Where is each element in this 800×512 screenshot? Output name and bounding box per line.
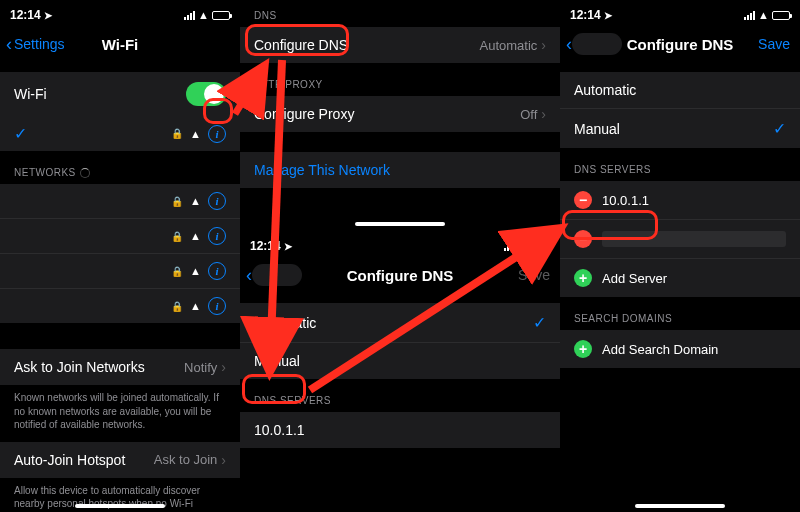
manual-label: Manual xyxy=(254,353,300,369)
network-row[interactable]: 🔒▲i xyxy=(0,288,240,323)
automatic-row[interactable]: Automatic ✓ xyxy=(240,303,560,342)
info-icon[interactable]: i xyxy=(208,192,226,210)
home-indicator[interactable] xyxy=(75,504,165,508)
location-icon: ➤ xyxy=(284,241,292,252)
back-pill[interactable] xyxy=(252,264,302,286)
manage-network-row[interactable]: Manage This Network xyxy=(240,152,560,188)
lock-icon: 🔒 xyxy=(171,231,183,242)
remove-icon[interactable]: − xyxy=(574,191,592,209)
manual-row[interactable]: Manual ✓ xyxy=(560,108,800,148)
status-bar: 12:14➤ ▲ xyxy=(560,0,800,26)
battery-icon xyxy=(772,11,790,20)
lock-icon: 🔒 xyxy=(171,128,183,139)
dns-servers-header: DNS SERVERS xyxy=(560,148,800,181)
phone-center: DNS Configure DNS Automatic› HTTP PROXY … xyxy=(240,0,560,512)
back-button[interactable]: ‹Settings xyxy=(6,34,65,55)
add-server-row[interactable]: + Add Server xyxy=(560,258,800,297)
dns-header: DNS xyxy=(240,0,560,27)
configure-dns-value: Automatic xyxy=(480,38,538,53)
info-icon[interactable]: i xyxy=(208,227,226,245)
network-row[interactable]: 🔒▲i xyxy=(0,184,240,218)
wifi-signal-icon: ▲ xyxy=(190,128,201,140)
http-proxy-header: HTTP PROXY xyxy=(240,63,560,96)
chevron-left-icon: ‹ xyxy=(6,34,12,55)
network-row[interactable]: 🔒▲i xyxy=(0,253,240,288)
wifi-signal-icon: ▲ xyxy=(190,265,201,277)
cell-signal-icon xyxy=(744,11,755,20)
configure-dns-row[interactable]: Configure DNS Automatic› xyxy=(240,27,560,63)
manage-network-label: Manage This Network xyxy=(254,162,390,178)
checkmark-icon: ✓ xyxy=(773,119,786,138)
wifi-toggle[interactable] xyxy=(186,82,226,106)
ask-join-label: Ask to Join Networks xyxy=(14,359,145,375)
time-label: 12:14 xyxy=(570,8,601,22)
add-domain-label: Add Search Domain xyxy=(602,342,718,357)
wifi-signal-icon: ▲ xyxy=(190,195,201,207)
back-label: Settings xyxy=(14,36,65,52)
automatic-label: Automatic xyxy=(254,315,316,331)
automatic-label: Automatic xyxy=(574,82,636,98)
search-domains-header: SEARCH DOMAINS xyxy=(560,297,800,330)
configure-dns-label: Configure DNS xyxy=(254,37,348,53)
connected-network-row[interactable]: ✓ 🔒 ▲ i xyxy=(0,116,240,151)
chevron-right-icon: › xyxy=(221,452,226,468)
info-icon[interactable]: i xyxy=(208,262,226,280)
network-row[interactable]: 🔒▲i xyxy=(0,218,240,253)
server-row[interactable]: − 10.0.1.1 xyxy=(560,181,800,219)
battery-icon xyxy=(212,11,230,20)
save-button[interactable]: Save xyxy=(758,36,790,52)
automatic-row[interactable]: Automatic xyxy=(560,72,800,108)
status-bar: 12:14➤ ▲ xyxy=(240,231,560,257)
spinner-icon xyxy=(80,168,90,178)
network-detail-screen: DNS Configure DNS Automatic› HTTP PROXY … xyxy=(240,0,560,230)
home-indicator[interactable] xyxy=(355,222,445,226)
info-icon[interactable]: i xyxy=(208,125,226,143)
wifi-status-icon: ▲ xyxy=(198,9,209,21)
lock-icon: 🔒 xyxy=(171,266,183,277)
page-title: Wi-Fi xyxy=(102,36,139,53)
nav-bar: ‹Settings Wi-Fi xyxy=(0,26,240,62)
configure-dns-screen: 12:14➤ ▲ ‹ Configure DNS Save Automatic … xyxy=(240,230,560,512)
dns-servers-header: DNS SERVERS xyxy=(240,379,560,412)
home-indicator[interactable] xyxy=(635,504,725,508)
configure-proxy-value: Off xyxy=(520,107,537,122)
manual-row[interactable]: Manual xyxy=(240,342,560,379)
manual-label: Manual xyxy=(574,121,620,137)
chevron-right-icon: › xyxy=(541,37,546,53)
page-title: Configure DNS xyxy=(347,267,454,284)
ask-join-note: Known networks will be joined automatica… xyxy=(0,385,240,442)
remove-icon[interactable]: − xyxy=(574,230,592,248)
auto-hotspot-row[interactable]: Auto-Join Hotspot Ask to Join› xyxy=(0,442,240,478)
back-pill[interactable] xyxy=(572,33,622,55)
chevron-right-icon: › xyxy=(541,106,546,122)
wifi-status-icon: ▲ xyxy=(758,9,769,21)
networks-header: NETWORKS xyxy=(0,151,240,184)
wifi-signal-icon: ▲ xyxy=(190,230,201,242)
page-title: Configure DNS xyxy=(627,36,734,53)
server-row: 10.0.1.1 xyxy=(240,412,560,448)
nav-bar: ‹ Configure DNS Save xyxy=(560,26,800,62)
lock-icon: 🔒 xyxy=(171,196,183,207)
cell-signal-icon xyxy=(184,11,195,20)
cell-signal-icon xyxy=(504,242,515,251)
save-button[interactable]: Save xyxy=(518,267,550,283)
lock-icon: 🔒 xyxy=(171,301,183,312)
server-input-row[interactable]: − xyxy=(560,219,800,258)
wifi-toggle-row[interactable]: Wi-Fi xyxy=(0,72,240,116)
server-value: 10.0.1.1 xyxy=(254,422,305,438)
status-bar: 12:14➤ ▲ xyxy=(0,0,240,26)
auto-hotspot-value: Ask to Join xyxy=(154,452,218,467)
time-label: 12:14 xyxy=(250,239,281,253)
location-icon: ➤ xyxy=(604,10,612,21)
add-server-label: Add Server xyxy=(602,271,667,286)
add-search-domain-row[interactable]: + Add Search Domain xyxy=(560,330,800,368)
ask-to-join-row[interactable]: Ask to Join Networks Notify› xyxy=(0,349,240,385)
server-input[interactable] xyxy=(602,231,786,247)
add-icon[interactable]: + xyxy=(574,340,592,358)
configure-proxy-row[interactable]: Configure Proxy Off› xyxy=(240,96,560,132)
info-icon[interactable]: i xyxy=(208,297,226,315)
add-icon[interactable]: + xyxy=(574,269,592,287)
wifi-label: Wi-Fi xyxy=(14,86,47,102)
checkmark-icon: ✓ xyxy=(14,124,27,143)
chevron-right-icon: › xyxy=(221,359,226,375)
